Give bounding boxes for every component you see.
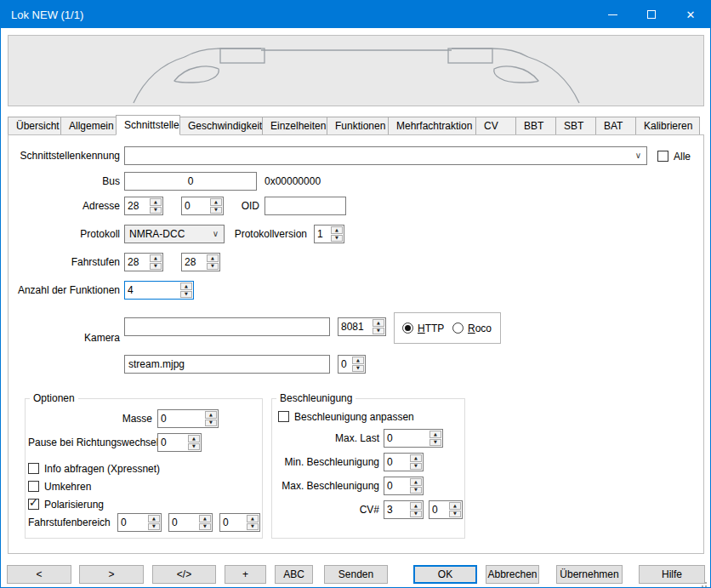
- close-button[interactable]: ✕: [671, 1, 710, 28]
- spin-down-button[interactable]: ▼: [449, 511, 461, 518]
- protokollversion-spinner[interactable]: ▲▼: [314, 225, 344, 243]
- cv2-spinner-input[interactable]: [429, 501, 448, 518]
- abc-button[interactable]: ABC: [275, 565, 313, 584]
- masse-spinner[interactable]: ▲▼: [157, 409, 219, 428]
- fahrstufen2-spinner[interactable]: ▲▼: [181, 253, 220, 271]
- spin-up-button[interactable]: ▲: [429, 431, 441, 438]
- kamera-stream-num-spinner[interactable]: ▲▼: [338, 355, 366, 374]
- schnittstellenkennung-select[interactable]: ∨: [124, 146, 647, 165]
- spin-up-button[interactable]: ▲: [247, 515, 259, 522]
- roco-radio[interactable]: Roco: [452, 322, 492, 334]
- tab-einzelheiten[interactable]: Einzelheiten: [262, 117, 327, 135]
- fahrstufenbereich2-spinner[interactable]: ▲▼: [168, 513, 213, 532]
- tab-cv[interactable]: CV: [475, 117, 516, 135]
- polarisierung-checkbox[interactable]: ✓ Polarisierung: [28, 498, 104, 511]
- spin-down-button[interactable]: ▼: [180, 291, 192, 299]
- fahrstufen2-spinner-input[interactable]: [182, 254, 206, 271]
- spin-down-button[interactable]: ▼: [247, 523, 259, 531]
- spin-up-button[interactable]: ▲: [331, 226, 343, 234]
- spin-down-button[interactable]: ▼: [148, 523, 160, 531]
- maximize-button[interactable]: [632, 1, 671, 28]
- masse-spinner-input[interactable]: [158, 410, 204, 427]
- spin-down-button[interactable]: ▼: [207, 263, 219, 271]
- beschleunigung-anpassen-checkbox[interactable]: Beschleunigung anpassen: [278, 410, 414, 423]
- spin-up-button[interactable]: ▲: [205, 411, 217, 419]
- alle-checkbox[interactable]: Alle: [657, 150, 691, 163]
- fahrstufenbereich3-spinner-input[interactable]: [220, 514, 246, 531]
- protokoll-select[interactable]: NMRA-DCC ∨: [124, 225, 225, 243]
- http-radio[interactable]: HTTP: [402, 322, 444, 334]
- spin-down-button[interactable]: ▼: [205, 420, 217, 427]
- senden-button[interactable]: Senden: [324, 565, 388, 584]
- fahrstufen1-spinner-input[interactable]: [125, 254, 149, 271]
- spin-up-button[interactable]: ▲: [180, 283, 192, 290]
- tab-funktionen[interactable]: Funktionen: [327, 117, 389, 135]
- anzahl-funktionen-spinner[interactable]: ▲▼: [124, 281, 194, 300]
- abbrechen-button[interactable]: Abbrechen: [486, 565, 539, 584]
- spin-up-button[interactable]: ▲: [373, 319, 384, 327]
- min-beschleunigung-spinner[interactable]: ▲▼: [384, 453, 424, 471]
- spin-down-button[interactable]: ▼: [429, 439, 441, 447]
- spin-up-button[interactable]: ▲: [352, 357, 364, 364]
- minimize-button[interactable]: [593, 1, 632, 28]
- umkehren-checkbox[interactable]: Umkehren: [28, 480, 91, 493]
- spin-down-button[interactable]: ▼: [410, 463, 422, 471]
- kamera-port-spinner[interactable]: ▲▼: [338, 317, 386, 336]
- tab-bat[interactable]: BAT: [595, 117, 636, 135]
- resize-grip[interactable]: [705, 582, 707, 584]
- spin-up-button[interactable]: ▲: [410, 454, 422, 462]
- spin-up-button[interactable]: ▲: [207, 254, 219, 262]
- spin-down-button[interactable]: ▼: [352, 365, 364, 373]
- spin-up-button[interactable]: ▲: [150, 254, 162, 262]
- adresse1-spinner-input[interactable]: [125, 197, 149, 214]
- tab-allgemein[interactable]: Allgemein: [60, 117, 117, 135]
- min-beschleunigung-spinner-input[interactable]: [384, 454, 409, 471]
- spin-down-button[interactable]: ▼: [188, 443, 200, 451]
- tab-bbt[interactable]: BBT: [515, 117, 556, 135]
- spin-up-button[interactable]: ▲: [199, 515, 211, 522]
- oid-input[interactable]: [264, 197, 346, 215]
- max-last-spinner[interactable]: ▲▼: [384, 429, 443, 448]
- tab-uebersicht[interactable]: Übersicht: [8, 117, 61, 135]
- spin-down-button[interactable]: ▼: [373, 328, 384, 335]
- uebernehmen-button[interactable]: Übernehmen: [556, 565, 623, 584]
- pause-richtungswechsel-spinner-input[interactable]: [158, 434, 187, 451]
- tab-sbt[interactable]: SBT: [555, 117, 596, 135]
- cv1-spinner[interactable]: ▲▼: [384, 500, 424, 519]
- spin-up-button[interactable]: ▲: [210, 198, 222, 206]
- ok-button[interactable]: OK: [413, 565, 477, 584]
- next-button[interactable]: >: [79, 565, 144, 584]
- max-beschleunigung-spinner-input[interactable]: [384, 477, 409, 494]
- spin-up-button[interactable]: ▲: [410, 502, 422, 510]
- fahrstufen1-spinner[interactable]: ▲▼: [124, 253, 163, 271]
- max-last-spinner-input[interactable]: [384, 430, 429, 447]
- spin-up-button[interactable]: ▲: [188, 435, 200, 442]
- tab-schnittstelle[interactable]: Schnittstelle: [116, 115, 180, 135]
- kamera-stream-num-spinner-input[interactable]: [338, 356, 351, 373]
- fahrstufenbereich1-spinner-input[interactable]: [118, 514, 147, 531]
- fahrstufenbereich2-spinner-input[interactable]: [169, 514, 198, 531]
- protokollversion-spinner-input[interactable]: [315, 225, 330, 243]
- spin-up-button[interactable]: ▲: [148, 515, 160, 522]
- info-abfragen-checkbox[interactable]: Info abfragen (Xpressnet): [28, 462, 160, 475]
- bus-input[interactable]: [124, 172, 257, 191]
- anzahl-funktionen-spinner-input[interactable]: [125, 282, 179, 299]
- tab-kalibrieren[interactable]: Kalibrieren: [635, 117, 700, 135]
- hilfe-button[interactable]: Hilfe: [639, 565, 705, 584]
- code-button[interactable]: </>: [152, 565, 216, 584]
- adresse2-spinner-input[interactable]: [182, 197, 209, 214]
- spin-down-button[interactable]: ▼: [410, 511, 422, 518]
- spin-up-button[interactable]: ▲: [410, 478, 422, 486]
- spin-up-button[interactable]: ▲: [150, 198, 162, 206]
- kamera-url-input[interactable]: [124, 317, 330, 336]
- adresse2-spinner[interactable]: ▲▼: [181, 197, 224, 215]
- tab-geschwindigkeit[interactable]: Geschwindigkeit: [179, 117, 263, 135]
- spin-up-button[interactable]: ▲: [449, 502, 461, 510]
- kamera-port-spinner-input[interactable]: [338, 318, 372, 335]
- adresse1-spinner[interactable]: ▲▼: [124, 197, 163, 215]
- kamera-stream-input[interactable]: [124, 355, 330, 374]
- spin-down-button[interactable]: ▼: [199, 523, 211, 531]
- spin-down-button[interactable]: ▼: [331, 235, 343, 243]
- plus-button[interactable]: +: [225, 565, 266, 584]
- pause-richtungswechsel-spinner[interactable]: ▲▼: [157, 433, 202, 452]
